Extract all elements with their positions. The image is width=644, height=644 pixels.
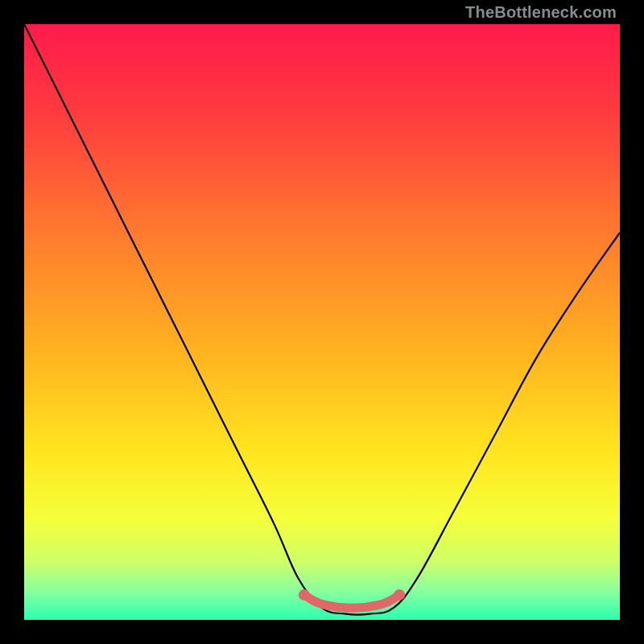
svg-point-4 bbox=[336, 603, 345, 612]
svg-point-2 bbox=[312, 597, 320, 606]
svg-point-1 bbox=[299, 589, 310, 601]
plot-area bbox=[24, 24, 620, 620]
watermark-text: TheBottleneck.com bbox=[465, 3, 617, 22]
curve-layer bbox=[24, 24, 620, 620]
svg-point-7 bbox=[371, 601, 380, 610]
svg-point-8 bbox=[383, 597, 392, 606]
chart-container: TheBottleneck.com bbox=[0, 0, 644, 644]
svg-point-9 bbox=[394, 589, 405, 601]
svg-point-5 bbox=[348, 604, 357, 613]
bottleneck-curve bbox=[24, 24, 620, 615]
optimal-band-marker bbox=[299, 589, 405, 613]
svg-point-6 bbox=[359, 603, 368, 612]
svg-point-3 bbox=[324, 601, 332, 610]
